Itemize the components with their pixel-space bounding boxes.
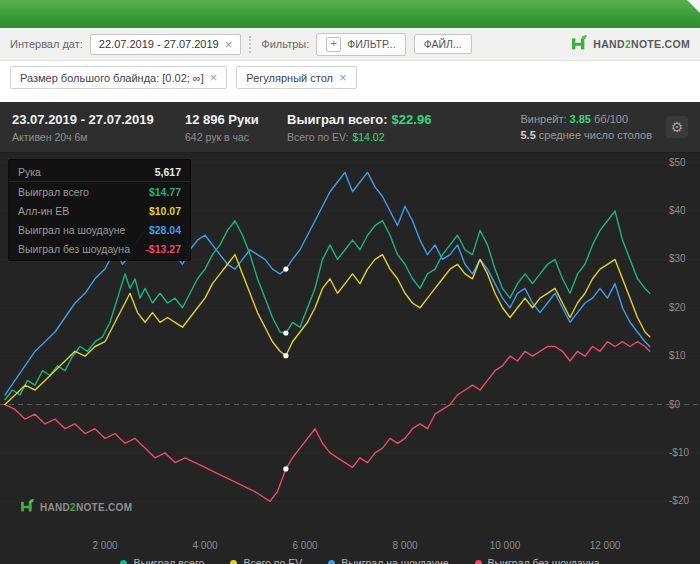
- brand-hand: HAND: [593, 38, 625, 50]
- stats-header: 23.07.2019 - 27.07.2019 Активен 20ч 6м 1…: [0, 102, 700, 153]
- date-range-input[interactable]: 22.07.2019 - 27.07.2019 ×: [90, 34, 241, 55]
- stat-active-time: Активен 20ч 6м: [12, 131, 185, 143]
- y-axis-label: $40: [669, 205, 686, 216]
- winrate-unit: бб/100: [594, 113, 628, 125]
- hover-marker-won_showdown: [283, 267, 288, 272]
- legend-dot-2: [328, 560, 335, 564]
- watermark-text: HAND2NOTE.COM: [40, 502, 132, 513]
- legend-dot-1: [230, 560, 237, 564]
- hand2note-window: Интервал дат: 22.07.2019 - 27.07.2019 × …: [0, 0, 700, 564]
- add-filter-button[interactable]: + ФИЛЬТР...: [316, 33, 405, 56]
- legend-item-won-nonshowdown[interactable]: Выиграл без шоудауна: [475, 557, 600, 564]
- legend-dot-0: [120, 560, 127, 564]
- stat-won-value: $22.96: [392, 112, 432, 127]
- filters-label: Фильтры:: [261, 38, 309, 50]
- chart-tooltip: Рука 5,617 Выиграл всего $14.77 Алл-ин Е…: [8, 159, 191, 261]
- tooltip-value-1: $14.77: [149, 186, 181, 198]
- legend-label-0: Выиграл всего: [133, 557, 204, 564]
- tooltip-label-4: Выиграл без шоудауна: [18, 243, 130, 255]
- filter-chip-label: Регулярный стол: [246, 72, 333, 84]
- y-axis-label: $10: [669, 350, 686, 361]
- settings-button[interactable]: ⚙: [666, 116, 688, 138]
- chip-remove-icon[interactable]: ×: [339, 71, 347, 84]
- tooltip-value-4: -$13.27: [145, 243, 181, 255]
- x-axis: 2 0004 0006 0008 00010 00012 000: [0, 540, 700, 555]
- series-line-total_ev: [5, 255, 650, 405]
- tooltip-row: Алл-ин ЕВ $10.07: [9, 201, 190, 220]
- y-axis: $50$40$30$20$10$0-$10-$20: [662, 153, 700, 540]
- toolbar: Интервал дат: 22.07.2019 - 27.07.2019 × …: [0, 28, 700, 61]
- tooltip-label-0: Рука: [18, 166, 41, 178]
- legend-label-1: Всего по EV: [243, 557, 302, 564]
- filter-chip-blind-size[interactable]: Размер большого блайнда: [0.02; ∞] ×: [10, 66, 227, 89]
- y-axis-label: $30: [669, 253, 686, 264]
- date-range-value: 22.07.2019 - 27.07.2019: [99, 38, 219, 50]
- legend-item-total-ev[interactable]: Всего по EV: [230, 557, 302, 564]
- filter-chip-regular-table[interactable]: Регулярный стол ×: [236, 66, 356, 89]
- x-axis-label: 12 000: [583, 540, 627, 551]
- add-filter-button-label: ФИЛЬТР...: [347, 38, 395, 50]
- chart-area: Рука 5,617 Выиграл всего $14.77 Алл-ин Е…: [0, 153, 700, 540]
- y-axis-label: $20: [669, 302, 686, 313]
- tooltip-row: Выиграл без шоудауна -$13.27: [9, 239, 190, 258]
- tooltip-row: Выиграл на шоудауне $28.04: [9, 220, 190, 239]
- stat-date-range: 23.07.2019 - 27.07.2019: [12, 112, 185, 127]
- watermark-note: NOTE.COM: [76, 502, 132, 513]
- stat-hands: 12 896 Руки: [185, 112, 287, 127]
- y-axis-label: $0: [669, 399, 680, 410]
- y-axis-label: -$10: [669, 447, 689, 458]
- file-button-label: ФАЙЛ...: [424, 38, 462, 50]
- tooltip-value-2: $10.07: [149, 205, 181, 217]
- stat-hands-block: 12 896 Руки 642 рук в час: [185, 112, 287, 143]
- filter-chip-label: Размер большого блайнда: [0.02; ∞]: [20, 72, 204, 84]
- date-interval-label: Интервал дат:: [10, 38, 83, 50]
- stat-date-range-block: 23.07.2019 - 27.07.2019 Активен 20ч 6м: [12, 112, 185, 143]
- x-axis-label: 2 000: [83, 540, 127, 551]
- stat-winrate-block: Винрейт: 3.85 бб/100 5.5 среднее число с…: [520, 113, 652, 141]
- stat-ev-value: $14.02: [352, 131, 384, 143]
- corner-decoration: [687, 0, 700, 13]
- stat-won-label: Выиграл всего:: [287, 112, 388, 127]
- stat-hands-per-hour: 642 рук в час: [185, 131, 287, 143]
- tooltip-value-3: $28.04: [149, 224, 181, 236]
- stat-ev-label: Всего по EV:: [287, 131, 348, 143]
- tooltip-row: Выиграл всего $14.77: [9, 182, 190, 201]
- x-axis-label: 4 000: [183, 540, 227, 551]
- winrate-value: 3.85: [570, 113, 591, 125]
- series-line-won_nonshowdown: [5, 342, 650, 502]
- plus-icon: +: [326, 37, 341, 52]
- x-axis-label: 6 000: [283, 540, 327, 551]
- chart-legend: Выиграл всего Всего по EV Выиграл на шоу…: [0, 555, 700, 564]
- winrate-label: Винрейт:: [520, 113, 566, 125]
- tooltip-label-2: Алл-ин ЕВ: [18, 205, 69, 217]
- y-axis-label: -$20: [669, 495, 689, 506]
- gear-icon: ⚙: [671, 119, 684, 135]
- legend-dot-3: [475, 560, 482, 564]
- hover-marker-won_total: [283, 330, 288, 335]
- avg-tables-label: среднее число столов: [539, 129, 652, 141]
- file-button[interactable]: ФАЙЛ...: [414, 34, 472, 54]
- hand2note-brand: HAND2NOTE.COM: [571, 35, 690, 54]
- titlebar: [0, 0, 700, 28]
- chip-remove-icon[interactable]: ×: [210, 71, 218, 84]
- hover-marker-total_ev: [283, 353, 288, 358]
- stat-winnings-block: Выиграл всего:$22.96 Всего по EV:$14.02: [287, 112, 431, 143]
- tooltip-row: Рука 5,617: [9, 162, 190, 182]
- legend-item-won-total[interactable]: Выиграл всего: [120, 557, 204, 564]
- x-axis-label: 8 000: [383, 540, 427, 551]
- date-clear-icon[interactable]: ×: [225, 38, 233, 51]
- x-axis-label: 10 000: [483, 540, 527, 551]
- brand-text: HAND2NOTE.COM: [593, 38, 690, 50]
- legend-item-won-showdown[interactable]: Выиграл на шоудауне: [328, 557, 448, 564]
- y-axis-label: $50: [669, 157, 686, 168]
- filter-chips-row: Размер большого блайнда: [0.02; ∞] × Рег…: [0, 61, 700, 102]
- legend-label-2: Выиграл на шоудауне: [341, 557, 448, 564]
- toolbar-separator: [249, 36, 251, 53]
- tooltip-value-0: 5,617: [155, 166, 181, 178]
- tooltip-label-3: Выиграл на шоудауне: [18, 224, 125, 236]
- chart-watermark: HAND2NOTE.COM: [20, 498, 132, 516]
- legend-label-3: Выиграл без шоудауна: [488, 557, 600, 564]
- avg-tables-value: 5.5: [520, 129, 535, 141]
- watermark-logo-icon: [20, 498, 35, 516]
- hand2note-logo-icon: [571, 35, 588, 54]
